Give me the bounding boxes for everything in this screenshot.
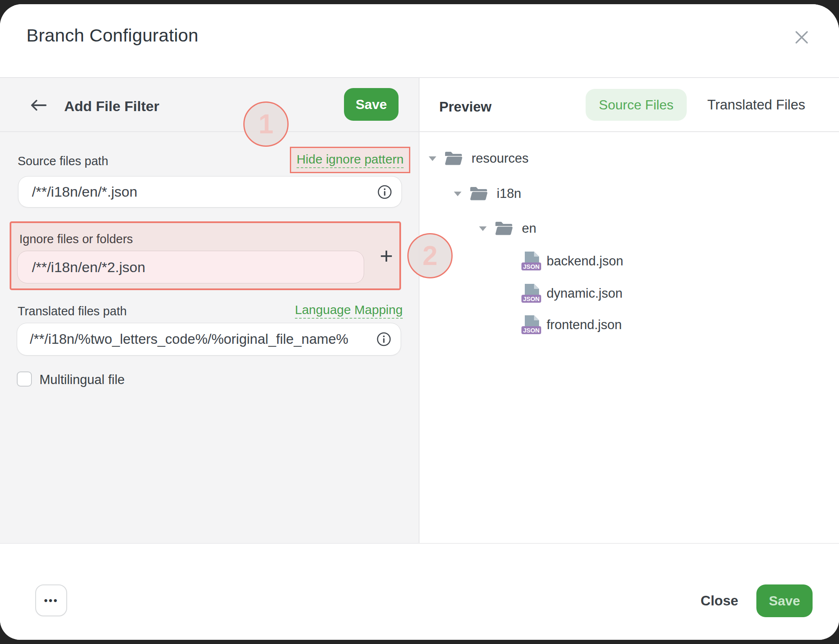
toolbar-divider (0, 131, 839, 132)
tree-file-label: frontend.json (547, 317, 622, 332)
svg-text:JSON: JSON (523, 263, 540, 270)
hide-ignore-pattern-link[interactable]: Hide ignore pattern (297, 152, 404, 168)
add-ignore-pattern-button[interactable]: + (371, 233, 401, 278)
multilingual-checkbox[interactable] (17, 371, 32, 387)
modal-backdrop: Branch Configuration Add File Filter Sav… (0, 0, 839, 644)
json-file-icon: JSON (521, 252, 541, 271)
json-file-icon: JSON (521, 284, 541, 303)
chevron-down-icon[interactable] (429, 156, 436, 161)
annotation-step-1: 1 (243, 101, 289, 147)
dialog-header: Branch Configuration (0, 4, 839, 78)
footer-divider (0, 543, 839, 544)
close-button[interactable]: Close (694, 584, 745, 617)
folder-icon (495, 221, 513, 236)
info-icon[interactable] (377, 184, 392, 200)
ignore-label: Ignore files or folders (19, 232, 133, 246)
dialog-title: Branch Configuration (26, 25, 198, 46)
tree-row-frontend.json[interactable]: JSONfrontend.json (420, 309, 839, 341)
tree-folder-label: i18n (497, 186, 521, 201)
folder-icon (470, 187, 487, 201)
tree-row-dynamic.json[interactable]: JSONdynamic.json (420, 278, 839, 309)
close-icon[interactable] (794, 30, 809, 45)
json-file-icon: JSON (521, 315, 541, 335)
tree-row-en[interactable]: en (420, 213, 839, 244)
tab-source-files[interactable]: Source Files (586, 89, 687, 121)
tree-folder-label: en (522, 221, 536, 236)
translated-path-label: Translated files path (18, 304, 127, 318)
source-path-field (18, 176, 402, 208)
preview-heading: Preview (439, 99, 492, 115)
chevron-down-icon[interactable] (479, 226, 487, 231)
more-options-button[interactable]: ••• (35, 584, 67, 616)
translated-path-input[interactable] (17, 323, 401, 355)
language-mapping-link[interactable]: Language Mapping (295, 303, 403, 319)
tree-row-i18n[interactable]: i18n (420, 178, 839, 210)
info-icon[interactable] (376, 332, 391, 347)
svg-text:JSON: JSON (523, 296, 540, 302)
dialog-footer: ••• Close Save (0, 544, 839, 640)
tab-translated-files[interactable]: Translated Files (707, 89, 805, 121)
tree-folder-label: resources (472, 151, 529, 166)
panel-divider (419, 78, 420, 543)
ignore-pattern-field (17, 251, 364, 283)
tree-row-resources[interactable]: resources (420, 143, 839, 174)
preview-panel: resourcesi18nenJSONbackend.jsonJSONdynam… (420, 132, 839, 543)
hide-ignore-highlight: Hide ignore pattern (290, 147, 410, 173)
ignore-pattern-input[interactable] (18, 251, 364, 283)
file-tree: resourcesi18nenJSONbackend.jsonJSONdynam… (420, 132, 839, 543)
folder-icon (445, 151, 462, 166)
annotation-step-2: 2 (407, 233, 453, 278)
save-configuration-button[interactable]: Save (756, 584, 813, 617)
x-glyph (794, 30, 809, 45)
branch-configuration-dialog: Branch Configuration Add File Filter Sav… (0, 4, 839, 640)
source-path-input[interactable] (18, 177, 401, 207)
ignore-pattern-highlight: Ignore files or folders + (10, 221, 401, 290)
source-path-label: Source files path (18, 154, 108, 168)
tree-file-label: dynamic.json (547, 286, 623, 301)
svg-text:JSON: JSON (523, 327, 540, 334)
save-filter-button[interactable]: Save (344, 88, 399, 121)
filter-heading: Add File Filter (64, 98, 159, 114)
multilingual-label: Multilingual file (39, 372, 125, 387)
tree-file-label: backend.json (547, 254, 623, 269)
tree-row-backend.json[interactable]: JSONbackend.json (420, 245, 839, 277)
chevron-down-icon[interactable] (454, 192, 461, 196)
translated-path-field (17, 323, 401, 356)
back-arrow-icon[interactable] (29, 99, 47, 112)
